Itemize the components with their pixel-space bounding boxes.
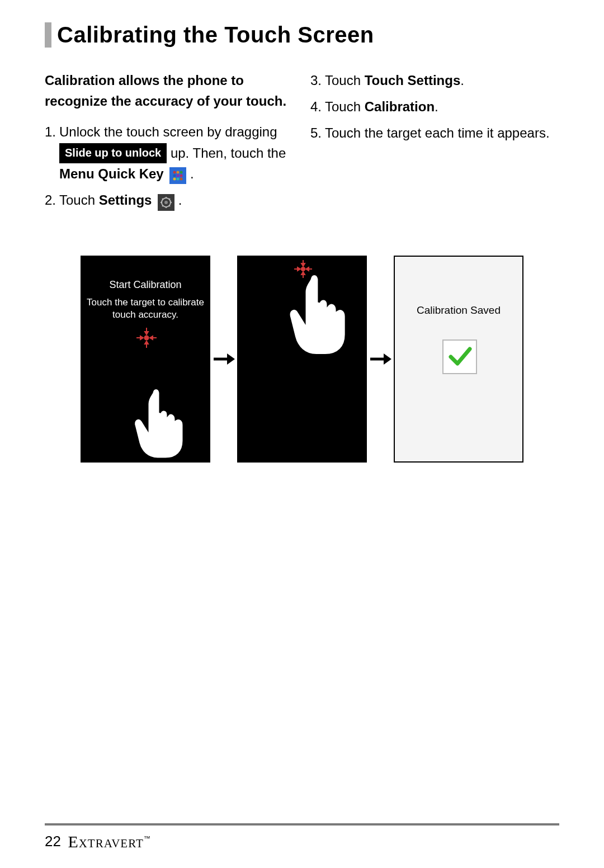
step-body: Unlock the touch screen by dragging Slid…	[59, 121, 294, 184]
svg-point-10	[164, 201, 168, 204]
screen-start-calibration: Start Calibration Touch the target to ca…	[81, 256, 210, 463]
svg-marker-25	[140, 336, 143, 339]
svg-marker-29	[227, 353, 235, 365]
svg-rect-41	[443, 340, 476, 374]
brand-name: Extravert	[68, 832, 143, 851]
screen-touch-target	[237, 256, 367, 463]
hand-touch-icon	[82, 383, 210, 461]
svg-line-17	[162, 205, 163, 206]
slide-unlock-badge: Slide up to unlock	[59, 143, 167, 163]
step-text: .	[178, 192, 182, 207]
step-text: Unlock the touch screen by dragging	[59, 124, 277, 139]
screen1-sub: Touch the target to calibrate touch accu…	[82, 296, 209, 321]
svg-point-8	[180, 177, 183, 180]
arrow-right-icon	[369, 351, 391, 367]
svg-point-19	[144, 336, 149, 341]
title-accent-bar	[45, 22, 51, 48]
step-text: Touch	[325, 73, 365, 88]
svg-point-4	[177, 174, 180, 177]
svg-marker-36	[298, 267, 300, 271]
svg-marker-38	[306, 267, 309, 271]
screen1-title: Start Calibration	[82, 279, 209, 291]
svg-line-15	[162, 199, 163, 200]
figure-row: Start Calibration Touch the target to ca…	[45, 256, 559, 463]
calibration-label: Calibration	[365, 99, 435, 114]
content-columns: Calibration allows the phone to recogniz…	[45, 70, 559, 216]
step-body: Touch Settings	[59, 190, 294, 211]
arrow-right-icon	[213, 351, 235, 367]
svg-point-2	[180, 171, 183, 173]
footer: 22 Extravert™	[45, 823, 559, 851]
svg-point-30	[301, 267, 305, 271]
svg-marker-27	[150, 336, 153, 339]
menu-quick-key-label: Menu Quick Key	[59, 166, 164, 181]
page-title: Calibrating the Touch Screen	[57, 22, 374, 48]
svg-point-7	[177, 177, 180, 180]
saved-label: Calibration Saved	[395, 304, 522, 317]
svg-marker-21	[145, 332, 148, 334]
step-number: 2.	[45, 190, 59, 211]
step-number: 5.	[310, 122, 325, 143]
trademark-symbol: ™	[144, 834, 150, 842]
svg-point-6	[173, 177, 176, 180]
svg-line-18	[169, 199, 170, 200]
right-column: 3. Touch Touch Settings. 4. Touch Calibr…	[310, 70, 559, 216]
svg-marker-40	[384, 353, 391, 365]
screen-calibration-saved: Calibration Saved	[394, 256, 523, 463]
step-2: 2. Touch Settings	[45, 190, 294, 211]
intro-text: Calibration allows the phone to recogniz…	[45, 70, 294, 111]
step-text: .	[435, 99, 438, 114]
step-text: Touch	[59, 192, 99, 207]
footer-rule	[45, 823, 559, 825]
svg-point-1	[177, 171, 180, 173]
check-icon	[395, 317, 523, 384]
svg-marker-23	[145, 341, 148, 344]
step-5: 5. Touch the target each time it appears…	[310, 122, 559, 143]
step-text: Touch the target each time it appears.	[325, 125, 550, 140]
gear-icon	[158, 194, 174, 211]
step-body: Touch Calibration.	[325, 96, 559, 117]
step-1: 1. Unlock the touch screen by dragging S…	[45, 121, 294, 184]
page-number: 22	[45, 833, 61, 850]
step-text: .	[190, 166, 194, 181]
step-body: Touch the target each time it appears.	[325, 122, 559, 143]
step-text: up. Then, touch the	[171, 145, 286, 161]
settings-label: Settings	[99, 192, 152, 207]
step-3: 3. Touch Touch Settings.	[310, 70, 559, 91]
step-4: 4. Touch Calibration.	[310, 96, 559, 117]
svg-point-5	[180, 174, 183, 177]
step-number: 1.	[45, 121, 59, 184]
svg-point-0	[173, 171, 176, 173]
menu-grid-icon	[169, 167, 186, 184]
svg-marker-32	[301, 263, 305, 266]
left-column: Calibration allows the phone to recogniz…	[45, 70, 294, 216]
hand-touch-icon	[238, 273, 367, 374]
step-text: .	[460, 73, 464, 88]
step-number: 3.	[310, 70, 325, 91]
step-text: Touch	[325, 99, 365, 114]
svg-point-3	[173, 174, 176, 177]
page-title-row: Calibrating the Touch Screen	[45, 22, 559, 48]
svg-line-16	[169, 205, 170, 206]
step-body: Touch Touch Settings.	[325, 70, 559, 91]
target-crosshair-icon	[82, 321, 210, 388]
step-number: 4.	[310, 96, 325, 117]
svg-marker-34	[301, 272, 305, 275]
touch-settings-label: Touch Settings	[365, 73, 461, 88]
